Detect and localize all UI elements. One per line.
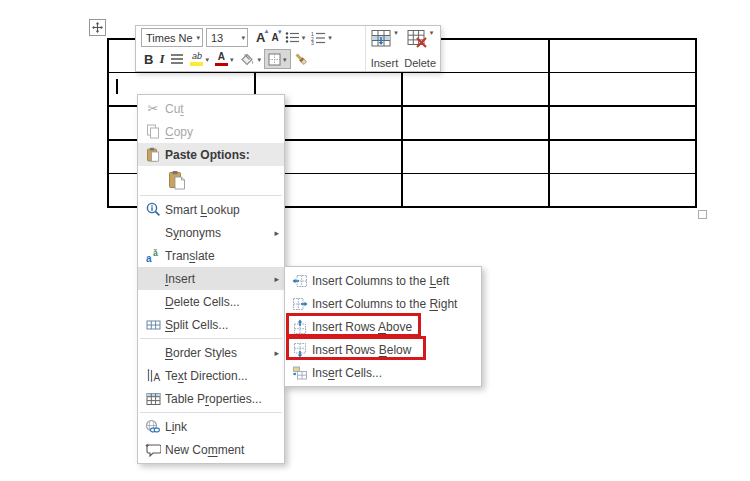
text-cursor (116, 79, 118, 94)
font-name-value: Times Ne (146, 32, 194, 44)
annotation-box-rows-above (286, 313, 421, 337)
menu-item-smart-lookup[interactable]: Smart Lookup (138, 198, 284, 221)
menu-item-link[interactable]: Link (138, 415, 284, 438)
insert-columns-right-icon (288, 296, 312, 312)
menu-item-cut: ✂ Cut (138, 97, 284, 120)
menu-item-table-properties[interactable]: Table Properties... (138, 387, 284, 410)
table-cell[interactable] (403, 141, 549, 173)
table-properties-icon (141, 392, 165, 406)
table-cell[interactable] (550, 107, 696, 139)
table-cell[interactable] (403, 73, 549, 105)
new-comment-icon (141, 442, 165, 457)
menu-separator (140, 412, 282, 413)
menu-item-synonyms[interactable]: Synonyms ▸ (138, 221, 284, 244)
delete-split-button[interactable]: ▾ Delete (404, 29, 436, 69)
borders-button[interactable]: ▾ (264, 49, 291, 69)
text-highlight-button[interactable]: ab ▾ (187, 49, 212, 69)
numbering-button[interactable]: 1 2 3 ▾ (308, 28, 335, 48)
text-direction-icon: A (141, 368, 165, 383)
font-size-combobox[interactable]: 13 ▾ (206, 28, 248, 47)
menu-item-translate[interactable]: a ǎ Translate (138, 244, 284, 267)
bold-button[interactable]: B (141, 49, 156, 69)
insert-table-row-icon (371, 29, 392, 48)
shrink-font-button[interactable]: A ▼ (268, 28, 281, 48)
font-color-a-label: A (218, 52, 225, 62)
link-icon (141, 419, 165, 434)
font-name-combobox[interactable]: Times Ne ▾ (141, 28, 203, 47)
annotation-box-rows-below (286, 336, 426, 360)
clipboard-icon (141, 147, 165, 162)
split-cells-icon (141, 318, 165, 331)
translate-icon: a ǎ (141, 248, 165, 263)
dropdown-arrow-icon[interactable]: ▾ (196, 34, 200, 41)
highlight-color-bar (190, 62, 203, 66)
grow-font-button[interactable]: A ▲ (253, 28, 268, 48)
dropdown-arrow-icon[interactable]: ▾ (257, 56, 261, 63)
dropdown-arrow-icon[interactable]: ▾ (302, 34, 306, 41)
scissors-icon: ✂ (141, 101, 165, 116)
keep-source-formatting-paste-button[interactable] (165, 168, 189, 192)
mini-toolbar: Times Ne ▾ 13 ▾ A ▲ A ▼ (135, 25, 441, 72)
menu-item-text-direction[interactable]: A Text Direction... (138, 364, 284, 387)
dropdown-arrow-icon[interactable]: ▾ (241, 34, 245, 41)
move-arrows-icon (92, 22, 103, 33)
table-move-handle[interactable] (89, 19, 106, 36)
font-color-button[interactable]: A ▾ (212, 49, 237, 69)
menu-item-split-cells[interactable]: Split Cells... (138, 313, 284, 336)
svg-text:3: 3 (311, 40, 314, 45)
dropdown-arrow-icon[interactable]: ▾ (283, 56, 287, 63)
insert-cells-icon (288, 365, 312, 381)
insert-columns-left-icon (288, 273, 312, 289)
svg-text:a: a (146, 253, 152, 263)
format-painter-button[interactable] (291, 49, 312, 69)
align-button[interactable] (167, 49, 187, 69)
submenu-item-insert-cells[interactable]: Insert Cells... (285, 361, 481, 384)
table-cell[interactable] (550, 174, 696, 206)
table-cell[interactable] (403, 174, 549, 206)
dropdown-arrow-icon[interactable]: ▾ (394, 29, 398, 36)
font-color-bar (215, 63, 228, 67)
mini-toolbar-table-section: ▾ Insert ▾ Delete (365, 26, 440, 71)
dropdown-arrow-icon[interactable]: ▾ (430, 29, 434, 36)
paste-options-label: Paste Options: (165, 148, 281, 162)
submenu-arrow-icon: ▸ (268, 228, 281, 238)
mini-toolbar-main: Times Ne ▾ 13 ▾ A ▲ A ▼ (136, 26, 365, 71)
highlight-ab-label: ab (192, 52, 202, 61)
menu-item-border-styles[interactable]: Border Styles ▸ (138, 341, 284, 364)
dropdown-arrow-icon[interactable]: ▾ (328, 34, 332, 41)
menu-item-delete-cells[interactable]: Delete Cells... (138, 290, 284, 313)
table-cell[interactable] (550, 141, 696, 173)
word-document-canvas: Times Ne ▾ 13 ▾ A ▲ A ▼ (0, 0, 750, 481)
table-cell[interactable] (403, 107, 549, 139)
paint-bucket-icon (239, 52, 255, 67)
copy-icon (141, 124, 165, 139)
mini-toolbar-row-1: Times Ne ▾ 13 ▾ A ▲ A ▼ (141, 27, 363, 48)
bullets-button[interactable]: ▾ (282, 28, 309, 48)
menu-item-insert[interactable]: Insert ▸ (138, 267, 284, 290)
table-cell[interactable] (550, 40, 696, 72)
shading-button[interactable]: ▾ (236, 49, 264, 69)
delete-table-icon (407, 29, 428, 48)
menu-separator (140, 338, 282, 339)
context-menu: ✂ Cut Copy Paste Options: (137, 94, 285, 464)
dropdown-arrow-icon[interactable]: ▾ (230, 56, 234, 63)
paste-clipboard-icon (168, 170, 186, 190)
borders-grid-icon (268, 53, 281, 66)
menu-item-paste-options: Paste Options: (138, 143, 284, 166)
insert-submenu: Insert Columns to the Left Insert Column… (284, 266, 482, 387)
menu-item-new-comment[interactable]: New Comment (138, 438, 284, 461)
insert-split-button[interactable]: ▾ Insert (371, 29, 399, 69)
insert-button-label: Insert (371, 57, 399, 69)
numbered-list-icon: 1 2 3 (311, 31, 326, 45)
dropdown-arrow-icon[interactable]: ▾ (205, 56, 209, 63)
svg-text:ǎ: ǎ (153, 248, 158, 258)
submenu-item-insert-columns-left[interactable]: Insert Columns to the Left (285, 269, 481, 292)
table-cell[interactable] (550, 73, 696, 105)
format-painter-brush-icon (294, 52, 309, 67)
italic-button[interactable]: I (156, 49, 167, 69)
font-size-value: 13 (211, 32, 239, 44)
table-resize-handle[interactable] (698, 210, 707, 219)
bullet-list-icon (285, 31, 300, 44)
mini-toolbar-row-2: B I ab ▾ (141, 49, 363, 70)
menu-item-copy: Copy (138, 120, 284, 143)
